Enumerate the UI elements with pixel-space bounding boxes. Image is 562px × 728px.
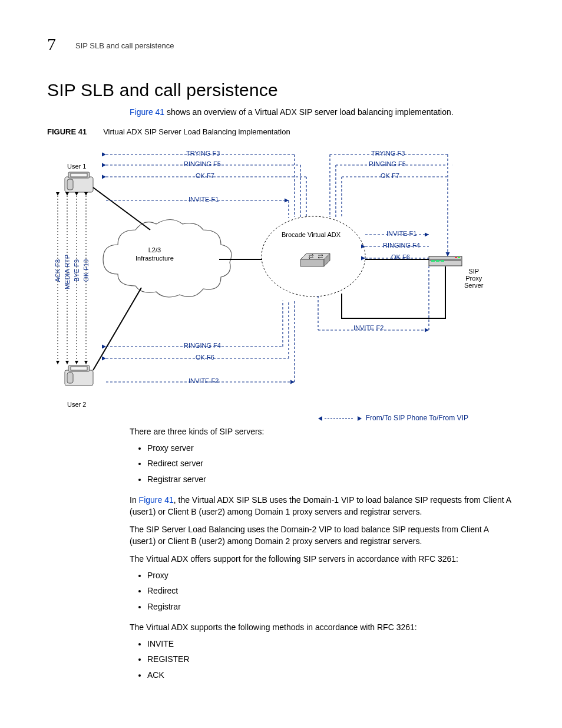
list-item: Registrar	[147, 601, 513, 612]
list-item: Proxy	[147, 569, 513, 581]
figure-number: FIGURE 41	[47, 127, 87, 136]
paragraph: The SIP Server Load Balancing uses the D…	[130, 523, 513, 548]
list-item: Redirect server	[147, 457, 513, 469]
figure-reference-link[interactable]: Figure 41	[139, 495, 174, 505]
svg-rect-3	[431, 260, 435, 262]
page: 7 SIP SLB and call persistence SIP SLB a…	[0, 0, 562, 728]
list-item: Proxy server	[147, 442, 513, 454]
bullet-list: INVITE REGISTER ACK	[130, 638, 513, 681]
node-cloud-label: L2/3Infrastructure	[135, 246, 174, 263]
paragraph: In Figure 41, the Virtual ADX SIP SLB us…	[130, 494, 513, 518]
svg-rect-7	[458, 257, 460, 258]
list-item: Redirect	[147, 585, 513, 597]
bullet-list: Proxy server Redirect server Registrar s…	[130, 442, 513, 485]
dash-icon	[325, 418, 353, 419]
flow-label: INVITE F2	[353, 324, 384, 331]
flow-label: INVITE F1	[189, 196, 219, 203]
flow-label: TRYING F3	[371, 150, 405, 157]
svg-rect-11	[67, 179, 73, 190]
arrow-right-icon	[358, 416, 362, 421]
running-head: SIP SLB and call persistence	[75, 41, 174, 50]
flow-label: RINGING F5	[369, 160, 406, 167]
svg-rect-15	[67, 373, 73, 383]
bullet-list: Proxy Redirect Registrar	[130, 569, 513, 612]
figure-label: FIGURE 41Virtual ADX SIP Server Load Bal…	[47, 127, 290, 136]
intro-paragraph: Figure 41 shows an overview of a Virtual…	[130, 107, 454, 117]
node-user2-label: User 2	[67, 401, 86, 408]
flow-label: INVITE F2	[189, 377, 219, 384]
figure-diagram: User 1 User 2 L2/3Infrastructure Brocade…	[47, 141, 513, 424]
svg-rect-5	[441, 260, 444, 262]
list-item: ACK	[147, 669, 513, 681]
page-title: SIP SLB and call persistence	[47, 80, 278, 100]
flow-label-vertical: MEDIA RTP	[64, 255, 71, 289]
paragraph: There are three kinds of SIP servers:	[130, 426, 513, 437]
figure-legend: From/To SIP Phone To/From VIP	[318, 414, 468, 422]
flow-label: OK F6	[391, 253, 410, 261]
flow-label: OK F7	[196, 172, 214, 179]
intro-text: shows an overview of a Virtual ADX SIP s…	[164, 107, 454, 117]
node-user1-label: User 1	[67, 163, 86, 170]
paragraph: The Virtual ADX offers support for the f…	[130, 553, 513, 565]
svg-rect-10	[71, 173, 87, 177]
flow-label: OK F6	[196, 354, 214, 361]
list-item: Registrar server	[147, 473, 513, 485]
legend-text: From/To SIP Phone To/From VIP	[366, 414, 468, 422]
flow-label-vertical: OK F10	[82, 259, 90, 282]
list-item: REGISTER	[147, 653, 513, 665]
flow-label: RINGING F4	[383, 242, 420, 249]
node-adx-label: Brocade Virtual ADX	[282, 231, 340, 238]
list-item: INVITE	[147, 638, 513, 650]
node-proxy-label: SIPProxyServer	[464, 268, 483, 289]
flow-label: OK F7	[381, 172, 399, 179]
svg-rect-4	[436, 260, 439, 262]
paragraph: The Virtual ADX supports the following m…	[130, 621, 513, 633]
flow-label: TRYING F3	[186, 150, 220, 157]
flow-label: INVITE F1	[386, 230, 416, 237]
chapter-number: 7	[47, 34, 56, 54]
flow-label: RINGING F4	[184, 342, 221, 349]
svg-rect-6	[455, 257, 457, 258]
figure-caption: Virtual ADX SIP Server Load Balancing im…	[103, 127, 290, 136]
flow-label-vertical: ACK F8	[54, 259, 61, 282]
flow-label-vertical: BYE F9	[73, 259, 80, 282]
figure-reference-link[interactable]: Figure 41	[130, 107, 164, 117]
text: In	[130, 495, 139, 505]
svg-rect-14	[71, 367, 87, 370]
arrow-left-icon	[318, 416, 322, 421]
flow-label: RINGING F5	[184, 160, 221, 167]
text: , the Virtual ADX SIP SLB uses the Domai…	[130, 495, 511, 516]
